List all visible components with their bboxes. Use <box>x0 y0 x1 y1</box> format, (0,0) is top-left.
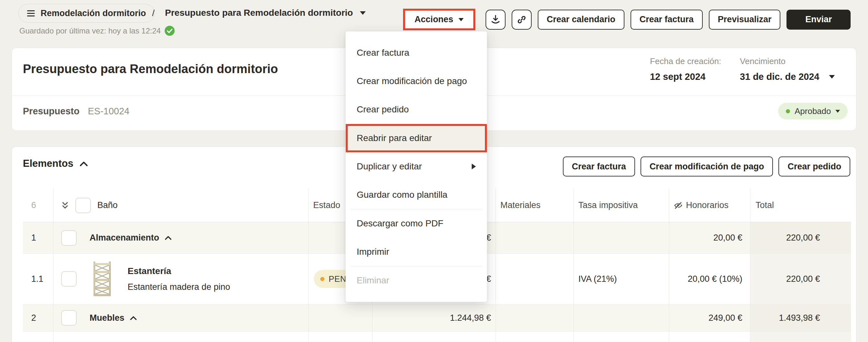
due-date: Vencimiento 31 de dic. de 2024 <box>740 56 835 82</box>
eye-off-icon <box>674 201 683 209</box>
document-number: ES-10024 <box>88 106 129 116</box>
toolbar: Acciones Crear calendario Crear factura … <box>403 9 850 30</box>
row-checkbox[interactable] <box>61 310 77 325</box>
status-dot-icon <box>320 277 324 281</box>
item-description: Estantería madera de pino <box>128 282 230 292</box>
elementos-crear-modificacion-button[interactable]: Crear modificación de pago <box>641 156 773 177</box>
menu-item-eliminar: Eliminar <box>346 266 487 295</box>
crear-calendario-button[interactable]: Crear calendario <box>538 10 624 30</box>
acciones-menu: Crear factura Crear modificación de pago… <box>345 31 487 302</box>
group-name-label: Muebles <box>90 313 124 323</box>
menu-item-crear-pedido[interactable]: Crear pedido <box>346 95 487 124</box>
chevron-down-icon <box>360 11 366 15</box>
menu-item-crear-factura[interactable]: Crear factura <box>346 39 487 67</box>
materiales-cell <box>496 254 574 304</box>
page-title: Presupuesto para Remodelación dormitorio <box>23 62 278 76</box>
materiales-cell <box>496 222 574 254</box>
group-name-label: Almacenamiento <box>90 233 159 243</box>
acciones-annotation-box: Acciones <box>403 9 475 30</box>
tasa-cell: IVA (21%) <box>574 254 669 304</box>
items-count: 6 <box>23 189 54 222</box>
save-status: Guardado por última vez: hoy a las 12:24 <box>19 26 175 36</box>
chevron-up-icon[interactable] <box>165 236 172 240</box>
honorarios-cell: 249,00 € <box>669 304 750 332</box>
amount-cell: 1.244,98 € <box>372 304 496 332</box>
created-date: Fecha de creación: 12 sept 2024 <box>650 56 721 82</box>
breadcrumb-separator: / <box>152 8 155 18</box>
acciones-button[interactable]: Acciones <box>413 14 466 25</box>
item-name: Estantería <box>128 266 230 276</box>
enviar-button[interactable]: Enviar <box>786 10 850 30</box>
total-cell: 220,00 € <box>750 222 851 254</box>
group-column-header: Baño <box>97 200 118 210</box>
hamburger-icon <box>27 10 35 17</box>
elementos-header[interactable]: Elementos <box>23 158 88 169</box>
row-checkbox[interactable] <box>61 230 77 246</box>
chevron-down-icon <box>835 110 840 113</box>
menu-item-duplicar-y-editar[interactable]: Duplicar y editar <box>346 152 487 181</box>
header-materiales: Materiales <box>496 189 574 222</box>
acciones-label: Acciones <box>415 14 453 25</box>
created-date-value: 12 sept 2024 <box>650 71 706 82</box>
crear-factura-button[interactable]: Crear factura <box>630 10 703 30</box>
row-index: 1.1 <box>23 254 54 304</box>
table-row-group-2[interactable]: 2 Muebles 1.244,98 € 249,00 € 1.493,98 € <box>23 304 851 332</box>
status-dot-icon <box>786 109 790 113</box>
honorarios-cell: 20,00 € <box>669 222 750 254</box>
due-date-select[interactable]: 31 de dic. de 2024 <box>740 71 835 82</box>
total-cell: 1.493,98 € <box>750 304 851 332</box>
tasa-cell <box>574 304 669 332</box>
download-icon <box>491 14 500 25</box>
check-circle-icon <box>165 26 175 36</box>
header-tasa-impositiva: Tasa impositiva <box>574 189 669 222</box>
row-checkbox[interactable] <box>61 271 77 287</box>
dates-block: Fecha de creación: 12 sept 2024 Vencimie… <box>650 56 835 82</box>
materiales-cell <box>496 304 574 332</box>
breadcrumb-project[interactable]: Remodelación dormitorio <box>19 4 155 23</box>
product-thumbnail <box>91 261 114 297</box>
menu-item-descargar-como-pdf[interactable]: Descargar como PDF <box>346 209 487 238</box>
chevron-down-icon <box>829 75 835 79</box>
submenu-arrow-icon <box>472 164 476 169</box>
breadcrumb-document-label: Presupuesto para Remodelación dormitorio <box>165 8 353 18</box>
due-date-label: Vencimiento <box>740 56 835 66</box>
total-cell: 220,00 € <box>750 254 851 304</box>
expand-all-icon[interactable] <box>61 200 69 210</box>
breadcrumb-project-label: Remodelación dormitorio <box>40 8 146 18</box>
chevron-up-icon[interactable] <box>130 316 136 320</box>
select-all-checkbox[interactable] <box>75 198 91 213</box>
elementos-actions: Crear factura Crear modificación de pago… <box>563 156 850 177</box>
row-index: 1 <box>23 222 54 254</box>
header-total: Total <box>750 189 851 222</box>
estado-cell <box>309 304 372 332</box>
status-badge[interactable]: Aprobado <box>778 103 848 120</box>
status-label: Aprobado <box>795 106 831 116</box>
menu-item-reabrir-para-editar[interactable]: Reabrir para editar <box>346 124 487 152</box>
honorarios-cell: 20,00 € (10%) <box>669 254 750 304</box>
menu-item-guardar-como-plantilla[interactable]: Guardar como plantilla <box>346 181 487 209</box>
row-index: 2 <box>23 304 54 332</box>
copy-link-button[interactable] <box>512 10 532 30</box>
elementos-title: Elementos <box>23 158 73 169</box>
elementos-crear-factura-button[interactable]: Crear factura <box>563 156 635 177</box>
tasa-cell <box>574 222 669 254</box>
document-type-label: Presupuesto <box>23 106 80 116</box>
menu-item-imprimir[interactable]: Imprimir <box>346 238 487 266</box>
download-button[interactable] <box>486 10 505 30</box>
table-row-partial <box>23 332 851 342</box>
previsualizar-button[interactable]: Previsualizar <box>709 10 781 30</box>
breadcrumb-document[interactable]: Presupuesto para Remodelación dormitorio <box>165 8 366 18</box>
document-type-line: Presupuesto ES-10024 <box>23 106 129 117</box>
elementos-crear-pedido-button[interactable]: Crear pedido <box>778 156 850 177</box>
chevron-down-icon <box>459 18 464 21</box>
due-date-value: 31 de dic. de 2024 <box>740 71 819 82</box>
save-status-text: Guardado por última vez: hoy a las 12:24 <box>19 26 161 35</box>
link-icon <box>517 14 527 25</box>
header-honorarios: Honorarios <box>669 189 750 222</box>
chevron-up-icon <box>80 161 88 166</box>
menu-item-crear-modificacion-de-pago[interactable]: Crear modificación de pago <box>346 67 487 95</box>
created-date-label: Fecha de creación: <box>650 56 721 66</box>
